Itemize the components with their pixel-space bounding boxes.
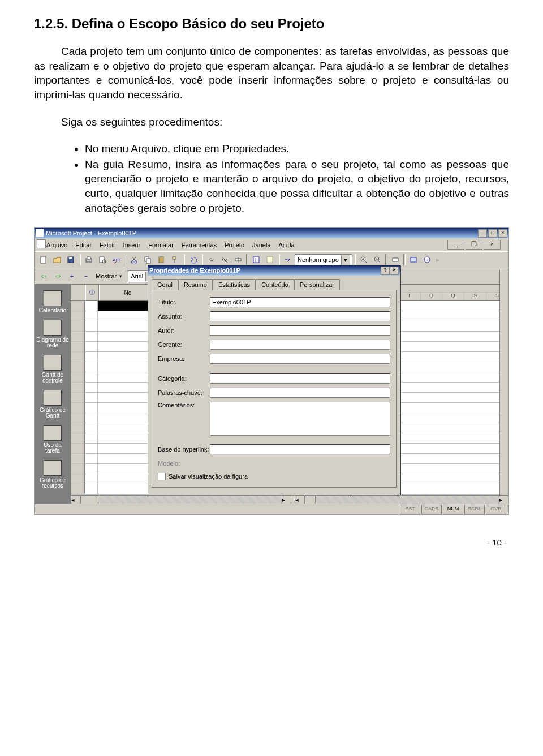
- print-icon[interactable]: [82, 254, 96, 267]
- hide-subtasks-icon[interactable]: −: [79, 270, 93, 283]
- tab-conteudo[interactable]: Conteúdo: [256, 279, 294, 290]
- menu-formatar[interactable]: Formatar: [144, 241, 178, 249]
- group-combo-value: Nenhum grupo: [298, 256, 339, 263]
- app-icon: [36, 229, 44, 237]
- label-empresa: Empresa:: [158, 355, 210, 362]
- svg-rect-2: [69, 257, 72, 259]
- status-bar: EST CAPS NUM SCRL OVR: [35, 504, 508, 514]
- input-comentarios[interactable]: [210, 402, 390, 436]
- view-recursos[interactable]: Gráfico de recursos: [36, 458, 69, 492]
- dialog-titlebar: Propriedades de Exemplo001P ? ×: [148, 265, 400, 276]
- input-autor[interactable]: [210, 325, 390, 336]
- status-scrl: SCRL: [464, 505, 485, 514]
- label-modelo: Modelo:: [158, 460, 210, 467]
- indicator-icon: ⓘ: [89, 289, 95, 297]
- svg-rect-13: [160, 256, 162, 257]
- menu-editar[interactable]: Editar: [71, 241, 96, 249]
- cut-icon[interactable]: [127, 254, 141, 267]
- view-gantt[interactable]: Gráfico de Gantt: [36, 388, 69, 422]
- copy-picture-icon[interactable]: [407, 254, 420, 267]
- svg-rect-19: [267, 257, 273, 263]
- dialog-close-button[interactable]: ×: [390, 267, 399, 275]
- svg-rect-17: [253, 257, 259, 263]
- bullet-1: No menu Arquivo, clique em Propriedades.: [85, 141, 509, 156]
- show-subtasks-icon[interactable]: +: [65, 270, 79, 283]
- status-est: EST: [400, 505, 420, 514]
- preview-icon[interactable]: [96, 254, 109, 267]
- screenshot-msproject: Microsoft Project - Exemplo001P _ □ × Ar…: [34, 227, 509, 515]
- view-ganttcontrole[interactable]: Gantt de controle: [36, 353, 69, 386]
- svg-rect-14: [173, 257, 176, 259]
- tab-estatisticas[interactable]: Estatísticas: [213, 279, 256, 290]
- maximize-button[interactable]: □: [488, 229, 497, 238]
- paragraph-intro: Cada projeto tem um conjunto único de co…: [34, 44, 509, 102]
- document-icon: [37, 239, 46, 248]
- label-comentarios: Comentários:: [158, 402, 210, 409]
- svg-rect-27: [393, 258, 398, 261]
- menu-janela[interactable]: Janela: [248, 241, 274, 249]
- menu-ferramentas[interactable]: Ferramentas: [178, 241, 221, 249]
- view-calendario[interactable]: Calendário: [36, 288, 69, 316]
- minimize-button[interactable]: _: [478, 229, 487, 238]
- menu-bar: Arquivo Editar Exibir Inserir Formatar F…: [35, 238, 508, 251]
- status-caps: CAPS: [421, 505, 442, 514]
- status-num: NUM: [443, 505, 463, 514]
- input-assunto[interactable]: [210, 311, 390, 321]
- menu-arquivo[interactable]: Arquivo: [42, 241, 71, 249]
- help-icon[interactable]: ?: [420, 254, 434, 267]
- page-number: - 10 -: [34, 538, 509, 547]
- doc-restore-button[interactable]: ❐: [466, 240, 482, 250]
- tab-personalizar[interactable]: Personalizar: [294, 279, 340, 290]
- spellcheck-icon[interactable]: ABC: [109, 254, 123, 267]
- paragraph-steps: Siga os seguintes procedimentos:: [34, 115, 509, 130]
- chevron-down-icon[interactable]: ▾: [119, 273, 122, 279]
- label-hyperlink: Base do hyperlink:: [158, 446, 210, 453]
- label-gerente: Gerente:: [158, 341, 210, 348]
- input-empresa[interactable]: [210, 354, 390, 364]
- horizontal-scrollbar[interactable]: ◂▸ ◂▸: [71, 495, 508, 504]
- vertical-scrollbar[interactable]: [499, 270, 508, 496]
- menu-exibir[interactable]: Exibir: [96, 241, 119, 249]
- svg-rect-28: [411, 257, 416, 262]
- doc-minimize-button[interactable]: _: [447, 240, 464, 250]
- input-palavras[interactable]: [210, 388, 390, 398]
- dialog-title: Propriedades de Exemplo001P: [149, 267, 240, 274]
- svg-rect-11: [146, 259, 150, 263]
- svg-text:i: i: [255, 257, 256, 263]
- doc-close-button[interactable]: ×: [484, 240, 501, 250]
- input-categoria[interactable]: [210, 373, 390, 384]
- section-heading: 1.2.5. Defina o Escopo Básico do seu Pro…: [34, 16, 509, 32]
- label-palavras: Palavras-chave:: [158, 389, 210, 396]
- input-hyperlink[interactable]: [210, 444, 390, 454]
- open-icon[interactable]: [50, 254, 64, 267]
- input-titulo[interactable]: [210, 297, 390, 307]
- tab-geral[interactable]: Geral: [152, 279, 178, 290]
- app-title: Microsoft Project - Exemplo001P: [46, 230, 478, 237]
- view-diagrama[interactable]: Diagrama de rede: [36, 317, 69, 351]
- svg-text:?: ?: [426, 257, 429, 263]
- view-bar: Calendário Diagrama de rede Gantt de con…: [35, 285, 71, 511]
- view-usotarefa[interactable]: Uso da tarefa: [36, 423, 69, 457]
- group-combo[interactable]: Nenhum grupo▾: [295, 254, 352, 266]
- menu-ajuda[interactable]: Ajuda: [274, 241, 298, 249]
- save-icon[interactable]: [64, 254, 77, 267]
- bullet-2: Na guia Resumo, insira as informações pa…: [85, 157, 509, 216]
- status-ovr: OVR: [486, 505, 506, 514]
- dialog-tabs: Geral Resumo Estatísticas Conteúdo Perso…: [148, 276, 400, 290]
- toolbar-overflow-icon[interactable]: »: [436, 256, 439, 263]
- menu-inserir[interactable]: Inserir: [119, 241, 145, 249]
- svg-rect-4: [87, 257, 90, 259]
- svg-rect-0: [41, 256, 46, 263]
- show-label: Mostrar: [93, 273, 119, 280]
- close-button[interactable]: ×: [498, 229, 507, 238]
- indent-right-icon[interactable]: ⇨: [51, 270, 64, 283]
- tab-resumo[interactable]: Resumo: [178, 279, 213, 290]
- new-icon[interactable]: [37, 254, 50, 267]
- outdent-left-icon[interactable]: ⇦: [37, 270, 50, 283]
- svg-line-25: [378, 261, 380, 263]
- menu-projeto[interactable]: Projeto: [221, 241, 248, 249]
- checkbox-salvar[interactable]: Salvar visualização da figura: [158, 472, 390, 480]
- input-gerente[interactable]: [210, 340, 390, 350]
- label-assunto: Assunto:: [158, 313, 210, 320]
- dialog-help-button[interactable]: ?: [381, 267, 390, 275]
